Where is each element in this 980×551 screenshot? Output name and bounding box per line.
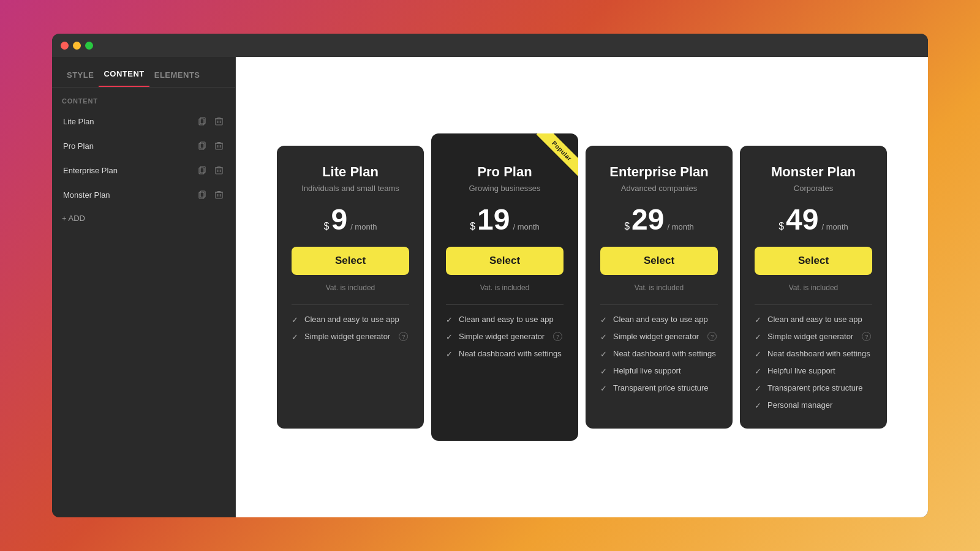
sidebar-item-lite-plan[interactable]: Lite Plan bbox=[57, 110, 230, 133]
check-icon: ✓ bbox=[755, 315, 761, 324]
feature-text: Clean and easy to use app bbox=[459, 315, 554, 324]
price-dollar: $ bbox=[624, 221, 630, 232]
feature-text: Personal manager bbox=[767, 400, 832, 410]
delete-icon[interactable] bbox=[213, 165, 224, 176]
feature-item: ✓ Neat dashboard with settings bbox=[755, 349, 872, 359]
feature-text: Simple widget generator bbox=[459, 332, 545, 341]
feature-item: ✓ Clean and easy to use app bbox=[292, 315, 409, 324]
item-actions bbox=[197, 140, 224, 151]
price-amount: 9 bbox=[331, 205, 347, 234]
sidebar-item-enterprise-plan[interactable]: Enterprise Plan bbox=[57, 159, 230, 182]
feature-text: Clean and easy to use app bbox=[304, 315, 399, 324]
item-actions bbox=[197, 189, 224, 200]
feature-item: ✓ Simple widget generator ? bbox=[600, 332, 718, 342]
divider bbox=[755, 304, 872, 305]
tab-content[interactable]: CONTENT bbox=[99, 69, 149, 87]
features-list-enterprise: ✓ Clean and easy to use app ✓ Simple wid… bbox=[600, 315, 718, 393]
feature-item: ✓ Personal manager bbox=[755, 400, 872, 410]
feature-item: ✓ Clean and easy to use app bbox=[600, 315, 718, 324]
vat-note-lite: Vat. is included bbox=[326, 283, 375, 292]
info-icon[interactable]: ? bbox=[707, 332, 717, 341]
feature-text: Neat dashboard with settings bbox=[767, 349, 870, 358]
sidebar-item-monster-plan[interactable]: Monster Plan bbox=[57, 183, 230, 206]
pricing-card-monster: Monster Plan Corporates $ 49 / month Sel… bbox=[740, 146, 887, 429]
pricing-card-enterprise: Enterprise Plan Advanced companies $ 29 … bbox=[586, 146, 733, 429]
section-label: CONTENT bbox=[52, 88, 235, 110]
popular-badge: Popular bbox=[537, 133, 578, 176]
delete-icon[interactable] bbox=[213, 140, 224, 151]
check-icon: ✓ bbox=[755, 332, 761, 342]
app-window: STYLE CONTENT ELEMENTS CONTENT Lite Plan bbox=[52, 34, 928, 517]
info-icon[interactable]: ? bbox=[862, 332, 871, 341]
plan-desc-lite: Individuals and small teams bbox=[301, 184, 399, 193]
sidebar-item-pro-plan[interactable]: Pro Plan bbox=[57, 134, 230, 157]
item-actions bbox=[197, 165, 224, 176]
delete-icon[interactable] bbox=[213, 189, 224, 200]
check-icon: ✓ bbox=[600, 367, 607, 376]
divider bbox=[446, 304, 564, 305]
tab-style[interactable]: STYLE bbox=[62, 70, 99, 87]
add-button[interactable]: + ADD bbox=[52, 206, 235, 230]
copy-icon[interactable] bbox=[197, 140, 208, 151]
select-button-pro[interactable]: Select bbox=[446, 247, 564, 275]
feature-text: Clean and easy to use app bbox=[767, 315, 862, 324]
vat-note-pro: Vat. is included bbox=[480, 283, 530, 292]
feature-text: Simple widget generator bbox=[304, 332, 390, 341]
feature-text: Simple widget generator bbox=[767, 332, 853, 341]
main-content: Lite Plan Individuals and small teams $ … bbox=[236, 57, 928, 517]
check-icon: ✓ bbox=[446, 350, 453, 359]
price-period: / month bbox=[350, 222, 377, 231]
plan-name-pro: Pro Plan bbox=[477, 164, 532, 180]
minimize-dot[interactable] bbox=[73, 42, 81, 50]
plan-desc-enterprise: Advanced companies bbox=[621, 184, 697, 193]
feature-text: Simple widget generator bbox=[613, 332, 699, 341]
plan-price-lite: $ 9 / month bbox=[324, 205, 377, 234]
pricing-card-lite: Lite Plan Individuals and small teams $ … bbox=[277, 146, 424, 429]
copy-icon[interactable] bbox=[197, 116, 208, 127]
check-icon: ✓ bbox=[446, 332, 453, 342]
price-dollar: $ bbox=[324, 221, 330, 232]
price-period: / month bbox=[821, 222, 848, 231]
info-icon[interactable]: ? bbox=[399, 332, 408, 341]
feature-item: ✓ Helpful live support bbox=[600, 366, 718, 376]
check-icon: ✓ bbox=[446, 315, 453, 324]
select-button-enterprise[interactable]: Select bbox=[600, 247, 718, 275]
feature-item: ✓ Transparent price structure bbox=[755, 383, 872, 393]
pricing-grid: Lite Plan Individuals and small teams $ … bbox=[273, 146, 891, 429]
plan-name-monster: Monster Plan bbox=[771, 164, 856, 180]
check-icon: ✓ bbox=[755, 384, 761, 393]
check-icon: ✓ bbox=[755, 367, 761, 376]
plan-price-enterprise: $ 29 / month bbox=[624, 205, 694, 234]
sidebar-item-label: Enterprise Plan bbox=[63, 166, 197, 175]
price-dollar: $ bbox=[778, 221, 784, 232]
info-icon[interactable]: ? bbox=[553, 332, 562, 341]
feature-item: ✓ Neat dashboard with settings bbox=[600, 349, 718, 359]
copy-icon[interactable] bbox=[197, 189, 208, 200]
feature-item: ✓ Simple widget generator ? bbox=[292, 332, 409, 342]
check-icon: ✓ bbox=[600, 315, 607, 324]
feature-text: Transparent price structure bbox=[613, 383, 709, 392]
delete-icon[interactable] bbox=[213, 116, 224, 127]
check-icon: ✓ bbox=[600, 332, 607, 342]
price-dollar: $ bbox=[470, 221, 475, 232]
sidebar-item-label: Lite Plan bbox=[63, 117, 197, 126]
price-period: / month bbox=[667, 222, 693, 231]
close-dot[interactable] bbox=[61, 42, 69, 50]
plan-name-lite: Lite Plan bbox=[322, 164, 379, 180]
copy-icon[interactable] bbox=[197, 165, 208, 176]
vat-note-monster: Vat. is included bbox=[789, 283, 839, 292]
check-icon: ✓ bbox=[755, 401, 761, 410]
plan-desc-pro: Growing businesses bbox=[469, 184, 540, 193]
check-icon: ✓ bbox=[600, 384, 607, 393]
tab-elements[interactable]: ELEMENTS bbox=[149, 70, 205, 87]
check-icon: ✓ bbox=[292, 315, 298, 324]
select-button-lite[interactable]: Select bbox=[292, 247, 409, 275]
select-button-monster[interactable]: Select bbox=[755, 247, 872, 275]
sidebar-item-label: Monster Plan bbox=[63, 190, 197, 200]
plan-desc-monster: Corporates bbox=[794, 184, 833, 193]
maximize-dot[interactable] bbox=[85, 42, 93, 50]
item-actions bbox=[197, 116, 224, 127]
sidebar-item-label: Pro Plan bbox=[63, 141, 197, 151]
features-list-pro: ✓ Clean and easy to use app ✓ Simple wid… bbox=[446, 315, 564, 359]
feature-item: ✓ Simple widget generator ? bbox=[755, 332, 872, 342]
